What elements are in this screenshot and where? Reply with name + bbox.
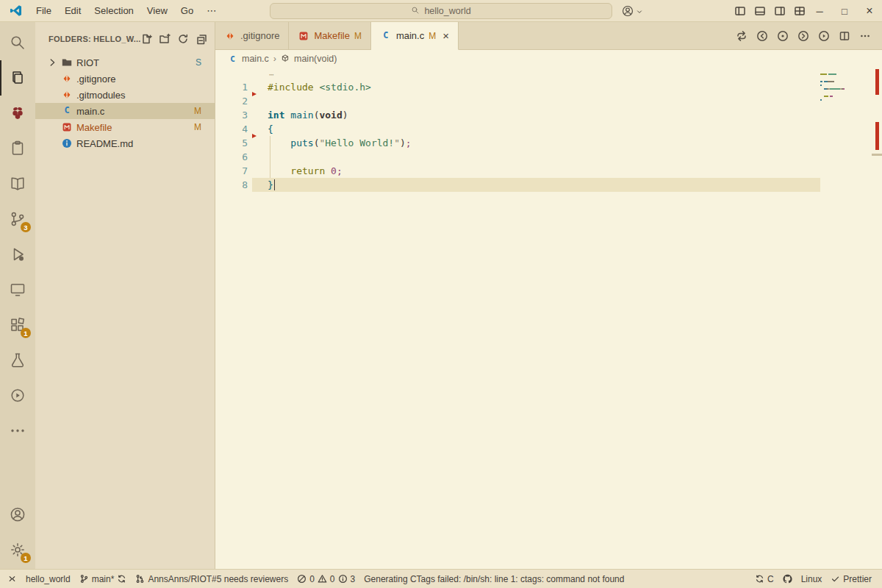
minimap-segment: [824, 96, 829, 97]
activity-remote-explorer[interactable]: [0, 272, 35, 307]
minimap[interactable]: [820, 72, 869, 101]
code-line-5[interactable]: 5 puts("Hello World!");: [215, 136, 882, 150]
line-number[interactable]: 7: [215, 164, 248, 178]
activity-source-control[interactable]: 3: [0, 201, 35, 237]
command-center-search[interactable]: hello_world: [270, 3, 612, 19]
profile-button[interactable]: [621, 4, 643, 20]
code-editor[interactable]: ⋯ 1#include <stdio.h>23int main(void)4{5…: [215, 68, 882, 569]
search-icon: [9, 34, 26, 51]
chevron-down-icon: [636, 8, 643, 15]
line-number[interactable]: 8: [215, 178, 248, 192]
line-number[interactable]: 5: [215, 136, 248, 150]
activity-live-preview[interactable]: [0, 378, 35, 413]
activity-settings[interactable]: 1: [0, 532, 35, 567]
status-github[interactable]: [778, 570, 797, 588]
status-prettier[interactable]: Prettier: [826, 570, 876, 588]
sidebar-actions: [140, 33, 207, 45]
modified-region-mark: [875, 122, 879, 150]
code-line-1[interactable]: 1#include <stdio.h>: [215, 80, 882, 94]
activity-project-manager[interactable]: [0, 131, 35, 166]
new-file-icon[interactable]: [140, 33, 152, 45]
search-value: hello_world: [424, 6, 470, 16]
line-number[interactable]: 1: [215, 80, 248, 94]
refresh-icon[interactable]: [177, 33, 189, 45]
code-token: int: [268, 110, 284, 121]
activity-testing[interactable]: [0, 343, 35, 378]
status-text: 0: [330, 574, 335, 584]
toggle-sidebar-icon[interactable]: [734, 5, 746, 17]
close-button[interactable]: ×: [857, 0, 882, 22]
warning-icon: [318, 574, 327, 584]
tab-main.c[interactable]: Cmain.cM×: [371, 22, 459, 50]
tree-item-riot[interactable]: RIOTS: [35, 54, 215, 71]
code-line-3[interactable]: 3int main(void): [215, 108, 882, 122]
status-text: C: [767, 574, 774, 584]
next-change-icon[interactable]: [797, 30, 809, 42]
toggle-panel-icon[interactable]: [754, 5, 766, 17]
tree-item-makefile[interactable]: MakefileM: [35, 119, 215, 135]
tree-item-.gitignore[interactable]: .gitignore: [35, 71, 215, 87]
line-number[interactable]: 6: [215, 150, 248, 164]
breadcrumb-symbol[interactable]: main(void): [294, 54, 337, 64]
tree-item-.gitmodules[interactable]: .gitmodules: [35, 87, 215, 103]
activity-raspberry-pi[interactable]: [0, 96, 35, 131]
run-file-icon[interactable]: [818, 30, 830, 42]
code-token: void: [319, 110, 342, 121]
toggle-secondary-sidebar-icon[interactable]: [774, 5, 786, 17]
menu-view[interactable]: View: [140, 3, 174, 19]
status-problems[interactable]: 003: [293, 570, 359, 588]
code-line-4[interactable]: 4{: [215, 122, 882, 136]
file-label: RIOT: [76, 57, 192, 68]
code-line-7[interactable]: 7 return 0;: [215, 164, 882, 178]
activity-docs-view[interactable]: [0, 166, 35, 201]
compare-changes-icon[interactable]: [736, 30, 747, 42]
open-changes-icon[interactable]: [777, 30, 789, 42]
menu-file[interactable]: File: [29, 3, 58, 19]
menu-selection[interactable]: Selection: [87, 3, 140, 19]
previous-change-icon[interactable]: [756, 30, 768, 42]
line-number[interactable]: 4: [215, 122, 248, 136]
menu-edit[interactable]: Edit: [58, 3, 87, 19]
split-editor-icon[interactable]: [839, 30, 850, 42]
status-text: Generating CTags failed: /bin/sh: line 1…: [364, 574, 624, 584]
line-number[interactable]: 2: [215, 94, 248, 108]
minimap-segment: [830, 88, 840, 90]
breadcrumb-file[interactable]: main.c: [242, 54, 269, 64]
code-line-6[interactable]: 6: [215, 150, 882, 164]
activity-accounts[interactable]: [0, 497, 35, 532]
minimize-button[interactable]: ─: [807, 0, 832, 22]
tab-bar: .gitignoreMakefileMCmain.cM×: [215, 22, 882, 50]
modified-badge: M: [354, 31, 362, 41]
menu-go[interactable]: Go: [174, 3, 200, 19]
status-workspace[interactable]: hello_world: [21, 570, 75, 588]
code-text: {: [268, 122, 273, 136]
activity-run-and-debug[interactable]: [0, 237, 35, 272]
status-git-branch[interactable]: main*: [75, 570, 132, 588]
collapse-all-icon[interactable]: [196, 33, 207, 45]
tab-.gitignore[interactable]: .gitignore: [215, 22, 289, 49]
status-left: hello_worldmain*AnnsAnns/RIOT#5 needs re…: [3, 570, 628, 588]
activity-extensions[interactable]: 1: [0, 307, 35, 343]
activity-search[interactable]: [0, 25, 35, 60]
file-tree: RIOTS.gitignore.gitmodulesCmain.cMMakefi…: [35, 54, 215, 151]
tab-close-button[interactable]: ×: [442, 30, 449, 41]
maximize-button[interactable]: □: [832, 0, 857, 22]
tree-item-readme.md[interactable]: README.md: [35, 135, 215, 151]
new-folder-icon[interactable]: [159, 33, 171, 45]
folded-code-indicator: ⋯: [215, 69, 882, 80]
more-actions-icon[interactable]: [859, 30, 871, 42]
code-line-8[interactable]: 8}: [215, 178, 882, 192]
line-number[interactable]: 3: [215, 108, 248, 122]
activity-explorer[interactable]: [0, 60, 35, 96]
status-pull-request[interactable]: AnnsAnns/RIOT#5 needs reviewers: [131, 570, 293, 588]
status-os[interactable]: Linux: [797, 570, 827, 588]
status-cpptools[interactable]: C: [750, 570, 778, 588]
code-line-2[interactable]: 2: [215, 94, 882, 108]
menu-overflow[interactable]: ⋯: [200, 5, 223, 16]
tab-makefile[interactable]: MakefileM: [289, 22, 370, 49]
status-bar: hello_worldmain*AnnsAnns/RIOT#5 needs re…: [0, 569, 882, 588]
activity-additional-views[interactable]: [0, 413, 35, 448]
status-remote-indicator[interactable]: [3, 570, 21, 588]
tree-item-main.c[interactable]: Cmain.cM: [35, 103, 215, 119]
customize-layout-icon[interactable]: [794, 5, 806, 17]
